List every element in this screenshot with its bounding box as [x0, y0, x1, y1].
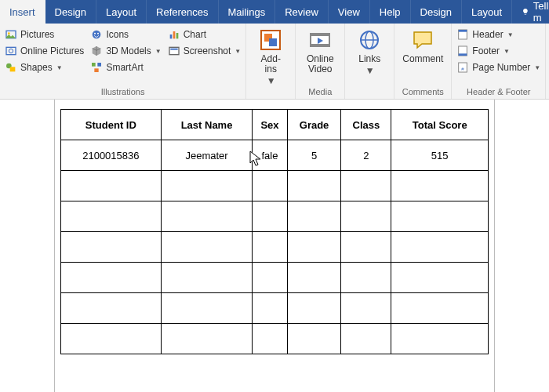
tab-design[interactable]: Design	[45, 0, 96, 24]
header-button[interactable]: Header▼	[456, 27, 540, 42]
table-cell[interactable]	[391, 263, 489, 293]
page[interactable]: Student IDLast NameSexGradeClassTotal Sc…	[54, 100, 495, 392]
tab-view[interactable]: View	[329, 0, 370, 24]
table-cell[interactable]	[61, 263, 162, 293]
table-cell[interactable]	[287, 232, 341, 263]
tab-table-layout[interactable]: Layout	[462, 0, 512, 24]
comment-button[interactable]: Comment	[399, 25, 446, 85]
table-cell[interactable]	[341, 232, 391, 263]
table-header[interactable]: Class	[341, 110, 391, 140]
footer-button[interactable]: Footer▼	[456, 44, 540, 58]
table-cell[interactable]: 2100015836	[61, 140, 162, 171]
table-row[interactable]	[61, 293, 489, 324]
table-cell[interactable]	[61, 171, 162, 201]
table-cell[interactable]	[161, 201, 253, 232]
table-cell[interactable]	[161, 263, 253, 293]
table-cell[interactable]	[341, 293, 391, 324]
dropdown-icon: ▼	[235, 48, 241, 55]
table-row[interactable]: 2100015836Jeematerfale52515	[61, 140, 489, 171]
table-cell[interactable]	[253, 201, 287, 232]
table-cell[interactable]	[341, 324, 391, 354]
table-cell[interactable]: Jeemater	[161, 140, 253, 171]
tab-review[interactable]: Review	[275, 0, 329, 24]
table-header[interactable]: Sex	[253, 110, 287, 140]
ribbon-tab-bar: Insert Design Layout References Mailings…	[0, 0, 549, 24]
page-number-button[interactable]: #Page Number▼	[456, 60, 540, 74]
table-row[interactable]	[61, 324, 489, 354]
shapes-button[interactable]: Shapes▼	[5, 60, 84, 74]
tab-references[interactable]: References	[147, 0, 218, 24]
table-cell[interactable]	[391, 324, 489, 354]
table-cell[interactable]	[61, 293, 162, 324]
comment-icon	[410, 27, 435, 53]
tell-me[interactable]: Tell m	[512, 0, 549, 24]
svg-point-8	[97, 33, 99, 34]
table-cell[interactable]	[287, 324, 341, 354]
table-cell[interactable]	[341, 201, 391, 232]
screenshot-icon	[168, 45, 180, 57]
tab-table-design[interactable]: Design	[411, 0, 462, 24]
table-cell[interactable]	[391, 201, 489, 232]
table-cell[interactable]	[253, 171, 287, 201]
table-cell[interactable]	[253, 232, 287, 263]
table-cell[interactable]	[341, 263, 391, 293]
links-button[interactable]: Links▼	[350, 25, 389, 95]
3d-models-button[interactable]: 3D Models▼	[90, 44, 161, 58]
table-row[interactable]	[61, 263, 489, 293]
table-cell[interactable]	[391, 232, 489, 263]
table-cell[interactable]	[341, 171, 391, 201]
screenshot-button[interactable]: Screenshot▼	[168, 44, 242, 58]
smartart-button[interactable]: SmartArt	[90, 60, 161, 74]
table-cell[interactable]	[287, 201, 341, 232]
table-header[interactable]: Student ID	[61, 110, 162, 140]
table-cell[interactable]: fale	[253, 140, 287, 171]
table-row[interactable]	[61, 232, 489, 263]
table-cell[interactable]	[61, 324, 162, 354]
table-cell[interactable]	[287, 293, 341, 324]
table-header[interactable]: Total Score	[391, 110, 489, 140]
table-header[interactable]: Last Name	[161, 110, 253, 140]
svg-rect-12	[169, 34, 172, 38]
table-cell[interactable]	[161, 232, 253, 263]
table-cell[interactable]: 515	[391, 140, 489, 171]
tab-layout[interactable]: Layout	[96, 0, 147, 24]
table-cell[interactable]	[253, 263, 287, 293]
table-cell[interactable]	[287, 263, 341, 293]
tab-mailings[interactable]: Mailings	[219, 0, 276, 24]
table-cell[interactable]	[161, 171, 253, 201]
svg-rect-13	[173, 31, 175, 38]
table-cell[interactable]	[61, 201, 162, 232]
online-pictures-button[interactable]: Online Pictures	[5, 44, 84, 58]
table-cell[interactable]	[287, 171, 341, 201]
page-number-icon: #	[456, 61, 469, 74]
icons-button[interactable]: Icons	[90, 27, 161, 42]
table-cell[interactable]	[61, 232, 162, 263]
3d-models-icon	[90, 45, 103, 57]
table-cell[interactable]	[161, 293, 253, 324]
table-cell[interactable]	[391, 171, 489, 201]
group-media: Online Video Media	[296, 24, 345, 99]
svg-rect-9	[92, 63, 96, 67]
table-header[interactable]: Grade	[287, 110, 341, 140]
tab-help[interactable]: Help	[370, 0, 411, 24]
icons-icon	[90, 28, 103, 41]
table-row[interactable]	[61, 171, 489, 201]
table-cell[interactable]	[253, 293, 287, 324]
table-cell[interactable]	[391, 293, 489, 324]
table-row[interactable]	[61, 201, 489, 232]
table-cell[interactable]: 5	[287, 140, 341, 171]
table-cell[interactable]	[161, 324, 253, 354]
table-cell[interactable]	[253, 324, 287, 354]
chart-button[interactable]: Chart	[168, 27, 242, 42]
table-cell[interactable]: 2	[341, 140, 391, 171]
addins-icon	[258, 27, 283, 53]
ribbon-content: Pictures Online Pictures Shapes▼ Icons 3…	[0, 24, 549, 100]
online-video-button[interactable]: Online Video	[300, 25, 340, 85]
pictures-button[interactable]: Pictures	[5, 27, 84, 42]
svg-point-1	[8, 32, 10, 34]
tab-insert[interactable]: Insert	[0, 0, 45, 24]
svg-rect-27	[459, 30, 467, 32]
addins-button[interactable]: Add- ins▼	[251, 25, 290, 95]
document-area: Student IDLast NameSexGradeClassTotal Sc…	[0, 100, 549, 392]
student-table[interactable]: Student IDLast NameSexGradeClassTotal Sc…	[60, 109, 489, 354]
